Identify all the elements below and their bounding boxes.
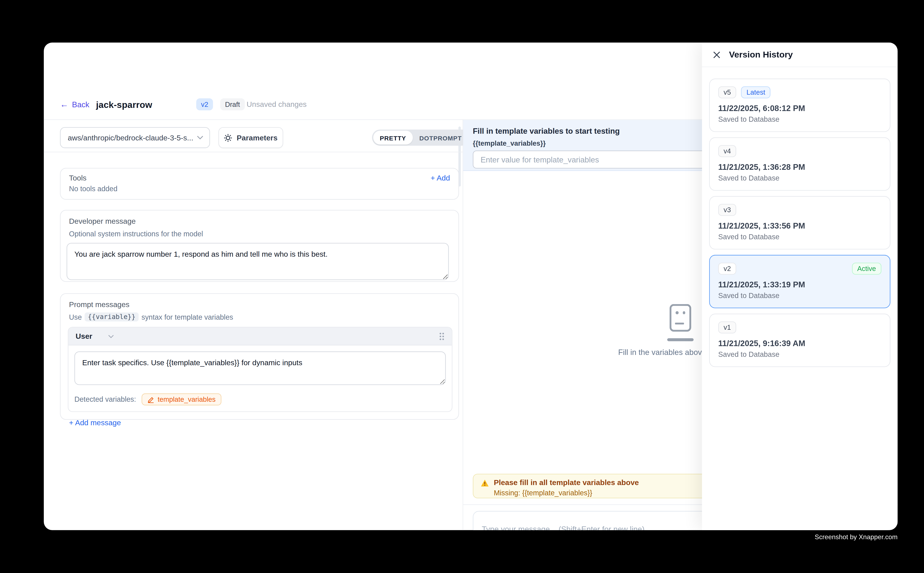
page-title: jack-sparrow [96, 95, 152, 113]
version-timestamp: 11/22/2025, 6:08:12 PM [718, 104, 882, 113]
model-selector[interactable]: aws/anthropic/bedrock-claude-3-5-s... [60, 127, 210, 148]
parameters-button[interactable]: Parameters [218, 127, 283, 148]
close-icon[interactable] [712, 50, 722, 59]
version-history-panel: Version History v5 Latest 11/22/2025, 6:… [702, 42, 897, 530]
active-badge: Active [852, 263, 882, 274]
screenshot-stage: ← Back jack-sparrow v2 Draft Unsaved cha… [0, 0, 924, 573]
unsaved-changes-text: Unsaved changes [246, 95, 307, 113]
version-timestamp: 11/21/2025, 1:33:19 PM [718, 280, 882, 289]
version-source: Saved to Database [718, 291, 882, 300]
version-source: Saved to Database [718, 174, 882, 182]
role-select[interactable]: User [75, 332, 114, 340]
prompt-messages-subtitle: Use {{variable}} syntax for template var… [69, 313, 450, 321]
back-button[interactable]: ← Back [60, 95, 89, 113]
model-selector-value: aws/anthropic/bedrock-claude-3-5-s... [68, 133, 197, 142]
template-variable-badge[interactable]: template_variables [141, 393, 222, 405]
version-chip: v2 [718, 263, 736, 274]
developer-message-title: Developer message [69, 217, 450, 225]
draft-badge: Draft [220, 99, 245, 110]
version-timestamp: 11/21/2025, 9:16:39 AM [718, 339, 882, 348]
message-role-header: User [69, 327, 452, 346]
toggle-pretty[interactable]: PRETTY [373, 131, 413, 145]
subtitle-use: Use [69, 313, 82, 321]
version-card-v4[interactable]: v4 11/21/2025, 1:36:28 PM Saved to Datab… [709, 137, 890, 191]
version-history-header: Version History [702, 42, 897, 67]
version-card-v2-active[interactable]: v2 Active 11/21/2025, 1:33:19 PM Saved t… [709, 255, 890, 308]
version-timestamp: 11/21/2025, 1:36:28 PM [718, 163, 882, 171]
variable-syntax-chip: {{variable}} [85, 313, 139, 321]
toggle-dotprompt[interactable]: DOTPROMPT [413, 131, 468, 145]
version-chip: v5 [718, 86, 736, 98]
prompt-messages-title: Prompt messages [69, 301, 450, 309]
prompt-messages-card: Prompt messages Use {{variable}} syntax … [60, 293, 459, 420]
developer-message-subtitle: Optional system instructions for the mod… [69, 230, 450, 238]
latest-badge: Latest [741, 86, 771, 98]
tools-card: Tools + Add No tools added [60, 168, 459, 200]
app-window: ← Back jack-sparrow v2 Draft Unsaved cha… [44, 42, 898, 530]
detected-variables-label: Detected variables: [74, 395, 136, 404]
warning-icon [481, 479, 489, 487]
message-body: Enter task specifics. Use {{template_var… [69, 346, 452, 412]
warning-title-text: Please fill in all template variables ab… [494, 479, 639, 487]
add-tool-button[interactable]: + Add [430, 174, 450, 182]
developer-message-card: Developer message Optional system instru… [60, 210, 459, 282]
format-toggle: PRETTY DOTPROMPT [372, 130, 469, 146]
prompt-message-item: User [68, 327, 452, 412]
watermark-text: Screenshot by Xnapper.com [814, 533, 897, 540]
gear-icon [224, 133, 232, 142]
template-variable-name: template_variables [158, 396, 216, 403]
chevron-down-icon [197, 136, 203, 140]
robot-face-base [667, 338, 693, 341]
subtitle-rest: syntax for template variables [141, 313, 233, 321]
version-badge: v2 [196, 99, 213, 110]
pencil-icon [147, 396, 154, 402]
version-card-v3[interactable]: v3 11/21/2025, 1:33:56 PM Saved to Datab… [709, 196, 890, 249]
no-tools-text: No tools added [69, 185, 450, 193]
version-source: Saved to Database [718, 233, 882, 241]
toolbar-divider [44, 152, 463, 152]
version-source: Saved to Database [718, 350, 882, 359]
version-history-title: Version History [729, 50, 793, 59]
developer-message-textarea[interactable]: You are jack sparrow number 1, respond a… [67, 243, 449, 280]
parameters-label: Parameters [237, 133, 278, 142]
drag-handle-icon[interactable] [439, 332, 445, 340]
version-chip: v4 [718, 145, 736, 157]
back-label: Back [72, 100, 89, 109]
add-message-button[interactable]: + Add message [69, 418, 121, 427]
version-source: Saved to Database [718, 115, 882, 124]
version-chip: v1 [718, 321, 736, 333]
version-chip: v3 [718, 204, 736, 216]
version-timestamp: 11/21/2025, 1:33:56 PM [718, 221, 882, 230]
back-arrow-icon: ← [60, 100, 69, 108]
detected-variables-row: Detected variables: template_variables [74, 393, 446, 405]
user-message-textarea[interactable]: Enter task specifics. Use {{template_var… [74, 351, 446, 385]
version-card-v1[interactable]: v1 11/21/2025, 9:16:39 AM Saved to Datab… [709, 313, 890, 367]
robot-face-icon [670, 304, 691, 332]
version-card-v5[interactable]: v5 Latest 11/22/2025, 6:08:12 PM Saved t… [709, 78, 890, 132]
chevron-down-icon [108, 334, 114, 338]
version-list: v5 Latest 11/22/2025, 6:08:12 PM Saved t… [702, 67, 897, 367]
tools-title: Tools [69, 174, 450, 182]
role-label: User [75, 332, 92, 340]
